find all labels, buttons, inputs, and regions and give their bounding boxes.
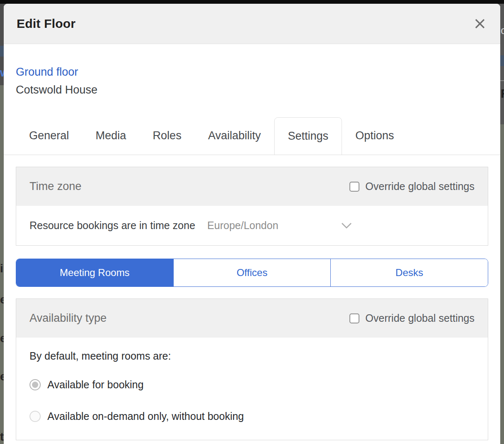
backdrop-text-fragment: F — [501, 86, 504, 101]
backdrop-left-edge: w i e e e t — [0, 4, 4, 444]
radio-option-available-for-booking[interactable]: Available for booking — [30, 379, 474, 391]
availability-intro-text: By default, meeting rooms are: — [30, 350, 474, 362]
timezone-override-toggle[interactable]: Override global settings — [349, 180, 474, 192]
dialog-title: Edit Floor — [17, 17, 76, 31]
tab-media[interactable]: Media — [82, 117, 140, 155]
building-name: Cotswold House — [16, 84, 488, 96]
timezone-section-header: Time zone Override global settings — [16, 167, 488, 206]
segment-desks[interactable]: Desks — [330, 259, 488, 286]
backdrop-text-fragment: e — [0, 293, 4, 306]
backdrop-band — [500, 124, 504, 444]
resource-type-segmented: Meeting Rooms Offices Desks — [16, 259, 488, 287]
timezone-select-value[interactable]: Europe/London — [207, 220, 278, 232]
tab-availability[interactable]: Availability — [195, 117, 274, 155]
availability-section-title: Availability type — [30, 312, 107, 325]
backdrop-text-fragment: i — [0, 262, 3, 275]
tab-options[interactable]: Options — [342, 117, 407, 155]
timezone-row: Resource bookings are in time zone Europ… — [16, 206, 488, 245]
close-icon[interactable] — [472, 16, 487, 31]
backdrop-band — [0, 46, 4, 57]
radio-icon[interactable] — [30, 379, 41, 390]
timezone-row-label: Resource bookings are in time zone — [30, 220, 195, 232]
backdrop-divider — [500, 80, 504, 81]
backdrop-text-fragment: o — [501, 24, 504, 37]
backdrop-text-fragment: e — [0, 370, 4, 383]
tab-general[interactable]: General — [16, 117, 82, 155]
radio-option-on-demand-only[interactable]: Available on-demand only, without bookin… — [30, 410, 474, 422]
availability-override-label: Override global settings — [365, 312, 474, 324]
dialog-tabbar: General Media Roles Availability Setting… — [4, 117, 500, 155]
dialog-header: Edit Floor — [4, 4, 500, 44]
chevron-down-icon[interactable] — [341, 222, 352, 229]
availability-section-body: By default, meeting rooms are: Available… — [16, 338, 488, 440]
segment-meeting-rooms[interactable]: Meeting Rooms — [16, 259, 173, 286]
backdrop-right-edge: o F — [500, 4, 504, 444]
backdrop-text-fragment: e — [0, 332, 4, 345]
timezone-section: Time zone Override global settings Resou… — [16, 167, 488, 246]
availability-type-section: Availability type Override global settin… — [16, 298, 488, 440]
radio-icon[interactable] — [30, 411, 41, 422]
timezone-override-checkbox[interactable] — [349, 182, 359, 192]
floor-name-link[interactable]: Ground floor — [16, 66, 488, 79]
backdrop-text-fragment: w — [0, 66, 4, 79]
segment-offices[interactable]: Offices — [173, 259, 331, 286]
availability-override-toggle[interactable]: Override global settings — [349, 312, 474, 324]
edit-floor-dialog: Edit Floor Ground floor Cotswold House G… — [4, 4, 500, 444]
screen: w i e e e t o F Edit Floor Ground floor … — [0, 0, 504, 444]
backdrop-text-fragment: t — [0, 430, 4, 444]
radio-label: Available on-demand only, without bookin… — [47, 410, 244, 422]
radio-label: Available for booking — [47, 379, 144, 391]
tab-settings[interactable]: Settings — [274, 117, 342, 155]
tab-roles[interactable]: Roles — [140, 117, 195, 155]
availability-override-checkbox[interactable] — [349, 313, 359, 323]
timezone-override-label: Override global settings — [365, 180, 474, 192]
backdrop-band — [500, 55, 504, 66]
backdrop-top-strip — [0, 0, 504, 4]
availability-section-header: Availability type Override global settin… — [16, 299, 488, 338]
dialog-body: Ground floor Cotswold House General Medi… — [4, 66, 500, 440]
timezone-section-title: Time zone — [30, 180, 81, 193]
